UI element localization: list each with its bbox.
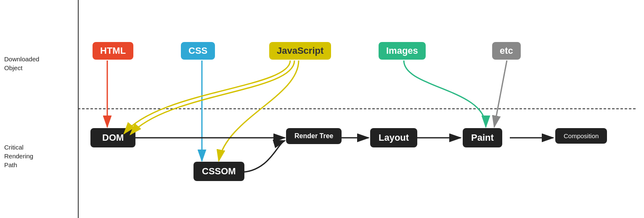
images-pill: Images [379, 42, 426, 60]
downloaded-label: Downloaded Object [4, 55, 39, 72]
css-pill: CSS [181, 42, 215, 60]
critical-label: Critical Rendering Path [4, 143, 33, 169]
html-pill: HTML [93, 42, 133, 60]
composition-box: Composition [555, 128, 607, 144]
paint-box: Paint [463, 128, 502, 147]
etc-pill: etc [492, 42, 521, 60]
rendertree-box: Render Tree [286, 128, 342, 144]
dom-box: DOM [90, 128, 135, 147]
javascript-pill: JavaScript [269, 42, 331, 60]
diagram-container: Downloaded Object Critical Rendering Pat… [0, 0, 644, 218]
cssom-box: CSSOM [193, 162, 244, 181]
dashed-divider [78, 108, 636, 109]
layout-box: Layout [370, 128, 417, 147]
